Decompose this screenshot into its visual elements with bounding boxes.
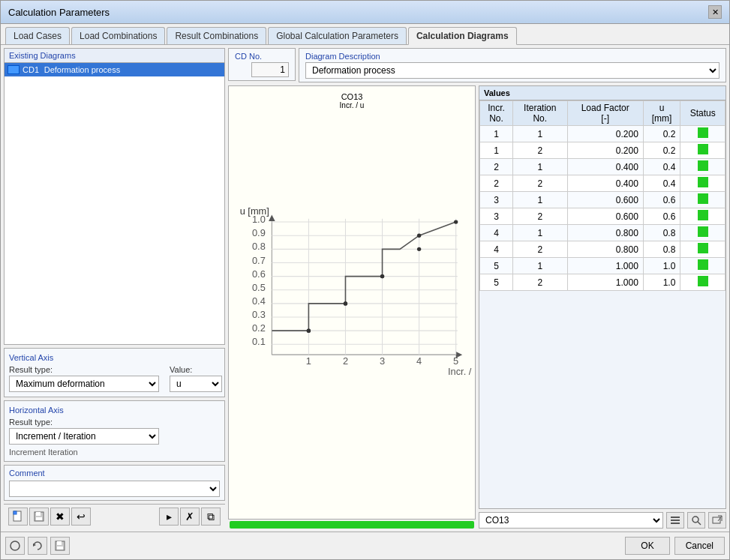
- col-status: Status: [680, 101, 725, 126]
- horizontal-result-type-label: Result type:: [9, 418, 220, 427]
- title-bar: Calculation Parameters ✕: [1, 1, 729, 24]
- svg-point-47: [417, 247, 421, 251]
- status-green-icon: [698, 243, 708, 253]
- close-button[interactable]: ✕: [708, 5, 722, 19]
- col-u: u[mm]: [643, 101, 680, 126]
- footer-btn-2[interactable]: [28, 537, 47, 555]
- cell-incr: 3: [480, 192, 513, 208]
- cell-incr: 5: [480, 274, 513, 291]
- toolbar-b1-btn[interactable]: ▸: [159, 508, 179, 526]
- status-green-icon: [698, 144, 708, 154]
- values-table: Incr.No. IterationNo. Load Factor[-] u[m…: [479, 100, 725, 291]
- chart-subtitle: Incr. / u: [232, 101, 472, 109]
- table-row: 4 2 0.800 0.8: [480, 241, 725, 258]
- existing-diagrams-header: Existing Diagrams: [5, 49, 224, 63]
- cell-load-factor: 1.000: [567, 274, 643, 291]
- cell-iter: 2: [512, 175, 567, 192]
- cell-incr: 1: [480, 142, 513, 159]
- export-icon: [712, 515, 722, 526]
- diagram-icon: [8, 65, 20, 74]
- svg-rect-4: [36, 512, 41, 516]
- svg-rect-55: [713, 517, 720, 523]
- ok-button[interactable]: OK: [625, 537, 669, 555]
- toolbar-b3-btn[interactable]: ⧉: [201, 508, 221, 526]
- cancel-button[interactable]: Cancel: [674, 537, 725, 555]
- footer-btn-3[interactable]: [50, 537, 70, 555]
- cell-u: 0.4: [643, 175, 680, 192]
- col-load-factor: Load Factor[-]: [567, 101, 643, 126]
- vertical-value-select[interactable]: u: [170, 376, 222, 392]
- vertical-result-type-select[interactable]: Maximum deformation: [9, 376, 159, 392]
- svg-text:2: 2: [343, 355, 348, 367]
- tab-result-combinations[interactable]: Result Combinations: [167, 27, 266, 44]
- cell-u: 0.2: [643, 126, 680, 142]
- cell-incr: 1: [480, 126, 513, 142]
- cell-load-factor: 0.200: [567, 142, 643, 159]
- bottom-icon-btn-1[interactable]: [666, 512, 684, 529]
- save-icon: [33, 511, 45, 523]
- svg-point-59: [11, 541, 20, 550]
- cell-incr: 4: [480, 225, 513, 241]
- increment-iteration-label: Increment Iteration: [9, 448, 220, 457]
- svg-text:0.4: 0.4: [252, 295, 266, 307]
- toolbar-new-btn[interactable]: [8, 508, 28, 526]
- cell-load-factor: 0.600: [567, 208, 643, 225]
- cell-incr: 5: [480, 258, 513, 274]
- status-green-icon: [698, 210, 708, 220]
- tab-global-calculation-parameters[interactable]: Global Calculation Parameters: [268, 27, 407, 44]
- bottom-combo-select[interactable]: CO13: [479, 512, 663, 529]
- svg-point-53: [692, 517, 698, 523]
- existing-diagrams-panel: Existing Diagrams CD1 Deformation proces…: [4, 48, 225, 345]
- cell-iter: 2: [512, 274, 567, 291]
- comment-input[interactable]: [9, 481, 220, 497]
- svg-rect-52: [671, 523, 680, 524]
- svg-rect-2: [14, 511, 17, 514]
- table-row: 3 1 0.600 0.6: [480, 192, 725, 208]
- svg-rect-5: [36, 517, 42, 520]
- vertical-value-label: Value:: [170, 365, 222, 374]
- footer-btn-1[interactable]: [5, 537, 25, 555]
- chart-area: CO13 Incr. / u u [mm]: [228, 85, 476, 520]
- cell-incr: 3: [480, 208, 513, 225]
- search-icon: [691, 515, 701, 526]
- diagram-item-cd1[interactable]: CD1 Deformation process: [5, 63, 224, 76]
- tab-load-cases[interactable]: Load Cases: [5, 27, 70, 44]
- cell-iter: 1: [512, 159, 567, 175]
- status-green-icon: [698, 226, 708, 237]
- toolbar-b2-btn[interactable]: ✗: [180, 508, 200, 526]
- chart-svg: u [mm] 1.0 0.9 0.8 0.7: [232, 109, 472, 472]
- cell-u: 1.0: [643, 274, 680, 291]
- cell-u: 0.6: [643, 192, 680, 208]
- window-title: Calculation Parameters: [8, 7, 110, 18]
- table-row: 4 1 0.800 0.8: [480, 225, 725, 241]
- bottom-icon-btn-2[interactable]: [687, 512, 705, 529]
- diagram-desc-select[interactable]: Deformation process: [305, 62, 719, 79]
- svg-point-48: [417, 234, 421, 238]
- cell-load-factor: 0.600: [567, 192, 643, 208]
- toolbar-save-btn[interactable]: [29, 508, 49, 526]
- svg-rect-50: [671, 517, 680, 518]
- tab-calculation-diagrams[interactable]: Calculation Diagrams: [408, 27, 517, 45]
- toolbar-undo-btn[interactable]: ↩: [71, 508, 91, 526]
- floppy-icon: [54, 540, 66, 552]
- cd-no-input[interactable]: [251, 62, 289, 77]
- cd-no-label: CD No.: [235, 52, 289, 61]
- bottom-icon-btn-3[interactable]: [708, 512, 726, 529]
- toolbar-delete-btn[interactable]: ✖: [50, 508, 70, 526]
- diagram-name: Deformation process: [44, 65, 121, 74]
- cell-load-factor: 0.400: [567, 159, 643, 175]
- bottom-combo-row: CO13: [479, 512, 726, 529]
- cell-load-factor: 0.400: [567, 175, 643, 192]
- svg-text:0.5: 0.5: [252, 282, 266, 293]
- tab-load-combinations[interactable]: Load Combinations: [71, 27, 165, 44]
- horizontal-result-type-select[interactable]: Increment / Iteration: [9, 428, 159, 445]
- vertical-axis-controls: Result type: Maximum deformation Value: …: [9, 365, 220, 392]
- cell-incr: 2: [480, 175, 513, 192]
- cell-u: 0.8: [643, 225, 680, 241]
- table-row: 2 1 0.400 0.4: [480, 159, 725, 175]
- list-icon: [670, 515, 680, 526]
- svg-point-46: [380, 274, 384, 278]
- cell-status: [680, 159, 725, 175]
- comment-section: Comment: [4, 465, 225, 501]
- cell-incr: 4: [480, 241, 513, 258]
